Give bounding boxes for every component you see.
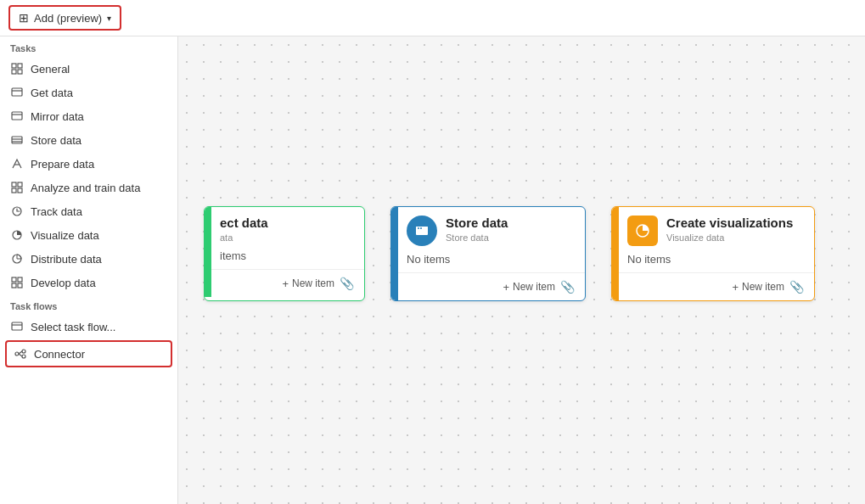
sidebar-item-distribute-data[interactable]: Distribute data — [0, 247, 177, 271]
sidebar-item-label: Develop data — [31, 277, 96, 289]
develop-data-icon — [10, 276, 24, 289]
card-subtitle-viz: Visualize data — [666, 232, 793, 243]
sidebar-item-analyze-train[interactable]: Analyze and train data — [0, 176, 177, 199]
svg-rect-22 — [18, 283, 22, 288]
card-subtitle-store: Store data — [446, 232, 508, 243]
sidebar-item-track-data[interactable]: Track data — [0, 199, 177, 223]
taskflows-section-label: Task flows — [0, 294, 177, 315]
task-card-collect-data: ect data ata items + New item 📎 — [204, 206, 365, 301]
sidebar-item-label: Store data — [31, 134, 81, 147]
sidebar-item-label: Analyze and train data — [31, 182, 140, 194]
plus-icon: + — [282, 277, 289, 290]
main-content: Tasks General Get data — [0, 36, 865, 504]
svg-rect-23 — [12, 322, 22, 330]
svg-line-29 — [19, 354, 22, 356]
svg-rect-14 — [12, 188, 16, 193]
svg-rect-15 — [18, 188, 22, 193]
svg-rect-12 — [12, 182, 16, 187]
sidebar-item-mirror-data[interactable]: Mirror data — [0, 104, 177, 128]
attach-icon-viz[interactable]: 📎 — [789, 280, 804, 294]
general-icon — [10, 62, 24, 76]
sidebar-item-label: General — [31, 63, 70, 76]
card-footer-store: + New item 📎 — [398, 272, 585, 300]
sidebar-item-general[interactable]: General — [0, 57, 177, 81]
card-title-store: Store data — [446, 216, 508, 231]
analyze-train-icon — [10, 181, 24, 194]
task-card-visualizations: Create visualizations Visualize data No … — [611, 206, 815, 301]
card-title-viz: Create visualizations — [666, 216, 793, 231]
sidebar-item-label: Track data — [31, 205, 82, 218]
svg-rect-1 — [18, 64, 22, 68]
sidebar-item-select-taskflow[interactable]: Select task flow... — [0, 315, 177, 339]
svg-rect-3 — [18, 70, 22, 74]
sidebar-item-label: Connector — [34, 348, 85, 361]
svg-rect-4 — [12, 88, 22, 96]
plus-icon: + — [503, 281, 509, 294]
store-data-icon — [10, 133, 24, 147]
svg-rect-21 — [12, 283, 16, 288]
card-body-store: No items — [398, 249, 585, 272]
sidebar-item-prepare-data[interactable]: Prepare data — [0, 152, 177, 176]
visualize-data-icon — [10, 228, 24, 242]
select-taskflow-icon — [10, 320, 24, 333]
visualizations-card-icon — [627, 216, 658, 246]
tasks-section-label: Tasks — [0, 36, 177, 57]
store-data-card-icon — [407, 216, 437, 246]
add-button-label: Add (preview) — [34, 12, 102, 25]
card-stripe-orange — [612, 207, 619, 300]
new-item-label: New item — [513, 281, 555, 293]
sidebar-menu: Tasks General Get data — [0, 36, 178, 504]
svg-point-26 — [22, 350, 25, 353]
canvas-area: ect data ata items + New item 📎 — [178, 36, 865, 504]
svg-point-25 — [15, 352, 19, 356]
new-item-button-collect[interactable]: + New item — [282, 277, 334, 290]
new-item-label: New item — [292, 277, 334, 289]
sidebar-item-label: Mirror data — [31, 110, 84, 123]
plus-icon: ⊞ — [19, 11, 29, 25]
card-stripe-green — [205, 207, 211, 297]
mirror-data-icon — [10, 109, 24, 123]
sidebar-item-visualize-data[interactable]: Visualize data — [0, 223, 177, 247]
card-footer-viz: + New item 📎 — [619, 272, 814, 300]
new-item-button-store[interactable]: + New item — [503, 281, 555, 294]
new-item-label: New item — [742, 281, 784, 293]
get-data-icon — [10, 86, 24, 99]
task-card-store-data: Store data Store data No items + New ite… — [390, 206, 586, 301]
sidebar-item-label: Prepare data — [31, 158, 94, 171]
svg-rect-13 — [18, 182, 22, 187]
svg-rect-0 — [12, 64, 16, 68]
sidebar-item-label: Visualize data — [31, 229, 99, 242]
svg-point-33 — [420, 227, 422, 229]
sidebar-item-develop-data[interactable]: Develop data — [0, 271, 177, 294]
card-title-collect: ect data — [220, 216, 356, 231]
attach-icon[interactable]: 📎 — [340, 277, 354, 290]
track-data-icon — [10, 204, 24, 218]
attach-icon-store[interactable]: 📎 — [560, 280, 575, 294]
svg-point-32 — [418, 227, 419, 229]
sidebar-item-label: Get data — [31, 87, 73, 99]
sidebar-item-connector[interactable]: Connector — [5, 340, 172, 367]
connector-icon — [14, 347, 27, 361]
prepare-data-icon — [10, 157, 24, 171]
card-stripe-blue — [391, 207, 398, 300]
add-preview-button[interactable]: ⊞ Add (preview) ▾ — [8, 5, 121, 31]
svg-rect-19 — [12, 277, 16, 282]
plus-icon: + — [732, 281, 739, 294]
chevron-down-icon: ▾ — [107, 14, 111, 23]
card-footer-collect: + New item 📎 — [211, 269, 364, 297]
distribute-data-icon — [10, 252, 24, 266]
sidebar-item-get-data[interactable]: Get data — [0, 81, 177, 104]
svg-point-27 — [22, 355, 25, 358]
new-item-button-viz[interactable]: + New item — [732, 281, 784, 294]
svg-rect-2 — [12, 70, 16, 74]
card-subtitle-collect: ata — [220, 232, 356, 243]
sidebar-item-label: Select task flow... — [31, 321, 115, 333]
sidebar-item-label: Distribute data — [31, 253, 102, 266]
top-bar: ⊞ Add (preview) ▾ — [0, 0, 865, 36]
svg-rect-6 — [12, 112, 22, 120]
task-cards-container: ect data ata items + New item 📎 — [204, 206, 815, 301]
card-body-collect: items — [211, 246, 364, 269]
sidebar-item-store-data[interactable]: Store data — [0, 128, 177, 152]
card-body-viz: No items — [619, 249, 814, 272]
svg-rect-20 — [18, 277, 22, 282]
